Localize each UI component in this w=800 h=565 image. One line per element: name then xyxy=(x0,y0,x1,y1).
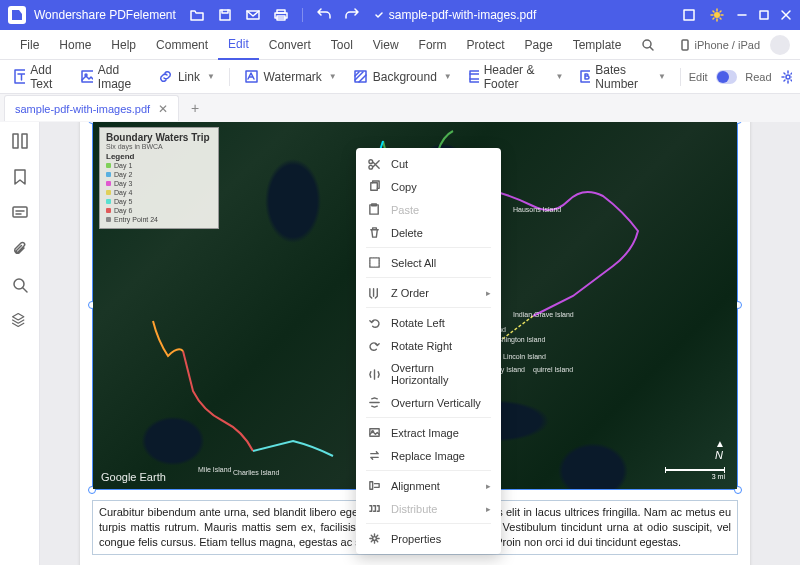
svg-rect-22 xyxy=(371,183,378,190)
document-tab[interactable]: sample-pdf-with-images.pdf✕ xyxy=(4,95,179,121)
legend-item: Day 3 xyxy=(106,179,212,188)
svg-rect-25 xyxy=(370,258,379,267)
menu-form[interactable]: Form xyxy=(409,30,457,60)
menu-comment[interactable]: Comment xyxy=(146,30,218,60)
menu-home[interactable]: Home xyxy=(49,30,101,60)
edit-mode-label: Edit xyxy=(689,71,708,83)
ctx-select-all[interactable]: Select All xyxy=(356,251,501,274)
map-place-label: Mile Island xyxy=(198,466,231,473)
read-mode-label: Read xyxy=(745,71,771,83)
ctx-copy[interactable]: Copy xyxy=(356,175,501,198)
maximize-icon[interactable] xyxy=(758,9,770,21)
menu-convert[interactable]: Convert xyxy=(259,30,321,60)
folder-icon[interactable] xyxy=(190,8,204,22)
app-name: Wondershare PDFelement xyxy=(34,8,176,22)
theme-icon[interactable] xyxy=(710,8,724,22)
ctx-alignment[interactable]: Alignment▸ xyxy=(356,474,501,497)
svg-point-28 xyxy=(373,537,377,541)
ctx-z-order[interactable]: Z Order▸ xyxy=(356,281,501,304)
undo-icon[interactable] xyxy=(317,8,331,22)
thumbnails-icon[interactable] xyxy=(11,132,29,150)
add-text-button[interactable]: Add Text xyxy=(8,64,71,90)
svg-rect-19 xyxy=(22,134,27,148)
ctx-rotate-right[interactable]: Rotate Right xyxy=(356,334,501,357)
svg-rect-15 xyxy=(470,71,479,82)
legend-item: Day 1 xyxy=(106,161,212,170)
svg-rect-5 xyxy=(684,10,694,20)
device-link[interactable]: iPhone / iPad xyxy=(679,39,760,51)
bookmarks-icon[interactable] xyxy=(11,168,29,186)
background-button[interactable]: Background▼ xyxy=(347,64,458,90)
close-icon[interactable] xyxy=(780,9,792,21)
image-context-menu: CutCopyPasteDeleteSelect AllZ Order▸Rota… xyxy=(356,148,501,554)
search-icon[interactable] xyxy=(641,38,655,52)
legend-item: Day 2 xyxy=(106,170,212,179)
attachments-icon[interactable] xyxy=(11,240,29,258)
redo-icon[interactable] xyxy=(345,8,359,22)
user-avatar[interactable] xyxy=(770,35,790,55)
svg-rect-10 xyxy=(15,70,25,83)
ctx-distribute: Distribute▸ xyxy=(356,497,501,520)
map-place-label: Indian Grave Island xyxy=(513,311,574,318)
save-icon[interactable] xyxy=(218,8,232,22)
map-scale: 3 mi xyxy=(665,469,725,477)
link-button[interactable]: Link▼ xyxy=(152,64,221,90)
ctx-rotate-left[interactable]: Rotate Left xyxy=(356,311,501,334)
ctx-properties[interactable]: Properties xyxy=(356,527,501,550)
ctx-overturn-horizontally[interactable]: Overturn Horizontally xyxy=(356,357,501,391)
map-place-label: Hausons Island xyxy=(513,206,561,213)
watermark-button[interactable]: Watermark▼ xyxy=(238,64,343,90)
menu-template[interactable]: Template xyxy=(563,30,632,60)
legend-item: Day 4 xyxy=(106,188,212,197)
legend-subtitle: Six days in BWCA xyxy=(106,143,212,150)
ctx-delete[interactable]: Delete xyxy=(356,221,501,244)
titlebar-filename: sample-pdf-with-images.pdf xyxy=(373,8,536,22)
tab-close-icon[interactable]: ✕ xyxy=(158,102,168,116)
print-icon[interactable] xyxy=(274,8,288,22)
edit-toolbar: Add Text Add Image Link▼ Watermark▼ Back… xyxy=(0,60,800,94)
minimize-icon[interactable] xyxy=(736,9,748,21)
comments-icon[interactable] xyxy=(11,204,29,222)
legend-item: Day 5 xyxy=(106,197,212,206)
ctx-extract-image[interactable]: Extract Image xyxy=(356,421,501,444)
compass-icon: N xyxy=(715,438,725,461)
ctx-cut[interactable]: Cut xyxy=(356,152,501,175)
gear-icon[interactable] xyxy=(780,69,792,85)
menu-help[interactable]: Help xyxy=(101,30,146,60)
map-place-label: Lincoln Island xyxy=(503,353,546,360)
left-sidebar xyxy=(0,122,40,565)
layers-icon[interactable] xyxy=(11,312,29,330)
app-logo xyxy=(8,6,26,24)
title-bar: Wondershare PDFelement sample-pdf-with-i… xyxy=(0,0,800,30)
mail-icon[interactable] xyxy=(246,8,260,22)
menu-bar: FileHomeHelpCommentEditConvertToolViewFo… xyxy=(0,30,800,60)
menu-protect[interactable]: Protect xyxy=(457,30,515,60)
map-place-label: quirrel Island xyxy=(533,366,573,373)
map-place-label: Charlies Island xyxy=(233,469,279,476)
menu-tool[interactable]: Tool xyxy=(321,30,363,60)
menu-edit[interactable]: Edit xyxy=(218,30,259,60)
legend-title: Boundary Waters Trip xyxy=(106,132,212,143)
new-tab-button[interactable]: + xyxy=(185,100,205,116)
map-legend: Boundary Waters Trip Six days in BWCA Le… xyxy=(99,127,219,229)
svg-point-6 xyxy=(714,12,720,18)
bates-number-button[interactable]: Bates Number▼ xyxy=(573,64,671,90)
svg-point-17 xyxy=(786,75,790,79)
search-panel-icon[interactable] xyxy=(11,276,29,294)
ctx-overturn-vertically[interactable]: Overturn Vertically xyxy=(356,391,501,414)
menu-file[interactable]: File xyxy=(10,30,49,60)
legend-item: Entry Point 24 xyxy=(106,215,212,224)
svg-rect-20 xyxy=(13,207,27,217)
header-footer-button[interactable]: Header & Footer▼ xyxy=(462,64,570,90)
add-image-button[interactable]: Add Image xyxy=(75,64,147,90)
svg-rect-9 xyxy=(682,40,688,50)
ctx-paste: Paste xyxy=(356,198,501,221)
legend-item: Day 6 xyxy=(106,206,212,215)
svg-rect-18 xyxy=(13,134,18,148)
menu-page[interactable]: Page xyxy=(515,30,563,60)
window-icon[interactable] xyxy=(682,8,696,22)
ctx-replace-image[interactable]: Replace Image xyxy=(356,444,501,467)
edit-toggle[interactable] xyxy=(716,70,738,84)
menu-view[interactable]: View xyxy=(363,30,409,60)
document-tab-bar: sample-pdf-with-images.pdf✕ + xyxy=(0,94,800,122)
